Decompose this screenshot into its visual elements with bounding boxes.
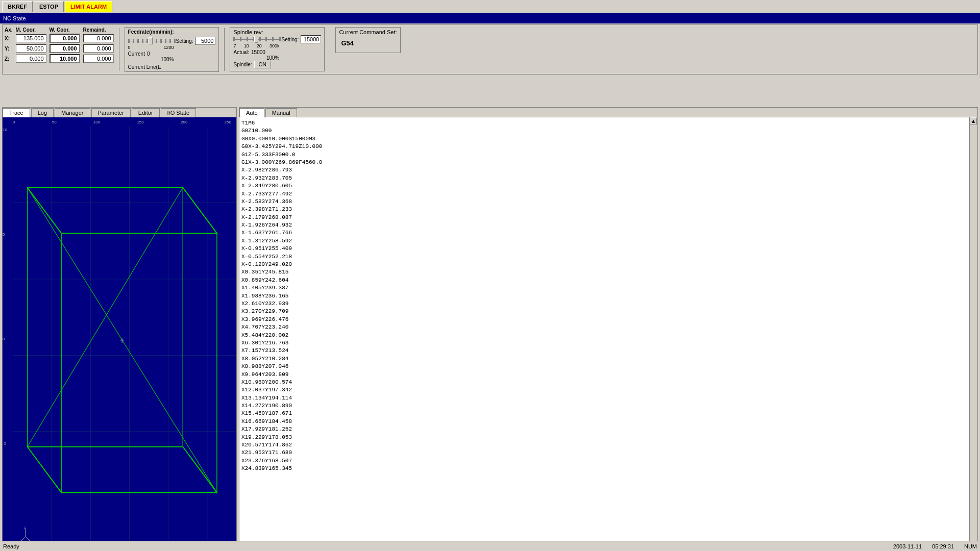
tab-trace[interactable]: Trace [3,108,30,117]
y-axis-label: Y: [5,46,13,52]
left-panel: Trace Log Manager Parameter Editor I/O S… [2,107,237,551]
spindle-tick-10: 10 [244,43,249,48]
gcode-line: X3.969Y226.476 [241,316,967,323]
current-line-label: Current Line(E [128,64,216,70]
separator-3 [330,28,330,71]
gcode-line: X-2.733Y277.492 [241,190,967,198]
gcode-line: X8.988Y207.046 [241,363,967,370]
feed-tick-0: 0 [128,45,131,50]
svg-line-13 [28,188,62,234]
x-m-coor: 135.000 [16,34,46,42]
x-label-200: 200 [181,120,187,124]
gcode-line: X6.301Y216.763 [241,339,967,347]
gcode-line: G1Z-5.333F3000.0 [241,151,967,159]
tab-manager[interactable]: Manager [55,108,90,117]
svg-text:+: + [120,334,124,346]
gcode-line: X21.953Y171.680 [241,449,967,457]
gcode-line: G0X0.000Y0.000S15000M3 [241,135,967,143]
svg-line-14 [183,188,217,234]
ax-header: Ax. [5,27,13,33]
gcode-line: X3.270Y229.709 [241,308,967,315]
trace-view: 0 50 100 150 200 250 10 5 0 -5 -10 [3,117,236,551]
gcode-line: X17.929Y181.252 [241,425,967,433]
spindle-setting-label: Setting: [281,37,299,42]
command-set-title: Current Command Set: [339,29,397,35]
y-label-10: 10 [3,128,13,132]
gcode-line: X20.571Y174.862 [241,441,967,449]
wcoor-header: W. Coor. [50,27,80,33]
estop-button[interactable]: ESTOP [34,1,64,12]
separator-1 [119,28,119,71]
y-m-coor: 50.000 [16,44,46,53]
z-axis-label: Z: [5,56,13,62]
gcode-line: X15.450Y187.671 [241,410,967,417]
y-axis-labels: 10 5 0 -5 -10 [3,128,13,550]
gcode-line: X13.134Y194.114 [241,394,967,402]
gcode-line: X7.157Y213.524 [241,347,967,355]
feedrate-panel: Feedrate(mm/min): Setting: 5000 0 [125,27,219,72]
z-remain: 0.000 [83,55,114,63]
feedrate-slider-track [128,39,174,43]
tab-io-state[interactable]: I/O State [161,108,196,117]
y-label-0: 0 [3,337,13,341]
left-tabs: Trace Log Manager Parameter Editor I/O S… [3,108,236,117]
feed-tick-1200: 1200 [164,45,174,50]
gcode-line: G0X-3.425Y294.719Z10.000 [241,143,967,151]
spindle-slider-track [233,37,279,41]
spindle-setting-value[interactable]: 15000 [301,35,321,43]
gcode-line: X8.052Y210.284 [241,355,967,363]
right-tabs: Auto Manual [239,108,977,117]
tab-manual[interactable]: Manual [265,108,297,117]
x-w-coor: 0.000 [50,34,80,43]
feedrate-setting-value[interactable]: 5000 [195,37,215,45]
gcode-line: X-2.932Y283.705 [241,174,967,182]
gcode-line: X-0.120Y249.020 [241,261,967,268]
tab-editor[interactable]: Editor [132,108,160,117]
svg-line-18 [28,188,183,447]
gcode-line: X0.351Y245.815 [241,268,967,276]
svg-line-16 [183,447,217,493]
svg-text:Z: Z [24,527,27,529]
spindle-actual-value: 15000 [251,49,265,55]
gcode-line: X-2.583Y274.368 [241,198,967,206]
gcode-line: X4.707Y223.240 [241,323,967,331]
x-label-100: 100 [93,120,100,124]
bkref-button[interactable]: BKREF [2,1,33,12]
spindle-panel: Spindle rev: Setting: 15000 7 10 20 300k [230,27,325,71]
toolbar: BKREF ESTOP LIMIT ALARM [0,0,980,13]
limit-alarm-button[interactable]: LIMIT ALARM [65,1,112,12]
separator-2 [224,28,225,71]
main-area: Trace Log Manager Parameter Editor I/O S… [2,107,978,551]
status-bar: Ready 2003-11-11 05:29:31 NUM [0,541,980,551]
status-time: 05:29:31 [932,543,954,549]
spindle-percent: 100% [233,55,279,61]
gcode-line: X-1.926Y264.932 [241,221,967,229]
status-num: NUM [964,543,977,549]
x-axis-labels: 0 50 100 150 200 250 [13,120,231,124]
x-label-0: 0 [13,120,15,124]
z-m-coor: 0.000 [16,55,46,63]
gcode-line: X10.980Y200.574 [241,379,967,386]
tab-auto[interactable]: Auto [239,108,264,117]
gcode-line: X1.405Y239.387 [241,284,967,292]
tab-log[interactable]: Log [31,108,54,117]
x-label-250: 250 [225,120,231,124]
right-panel: Auto Manual T1M6G0Z10.000G0X0.000Y0.000S… [239,107,978,551]
spacer-area [0,76,980,106]
gcode-line: G1X-3.000Y269.869F4560.0 [241,159,967,166]
gcode-line: X2.610Y232.939 [241,300,967,308]
scrollbar[interactable]: ▲ ▼ [969,117,977,551]
gcode-list[interactable]: T1M6G0Z10.000G0X0.000Y0.000S15000M3G0X-3… [239,117,969,551]
tab-parameter[interactable]: Parameter [91,108,131,117]
spindle-title: Spindle rev: [233,29,321,35]
feedrate-title: Feedrate(mm/min): [128,29,216,35]
gcode-line: T1M6 [241,119,967,127]
x-label-50: 50 [52,120,57,124]
gcode-line: X5.484Y220.002 [241,332,967,339]
gcode-line: X-2.849Y280.605 [241,182,967,190]
spindle-actual-label: Actual: [233,49,249,55]
gcode-line: X1.988Y236.165 [241,292,967,300]
nc-state-label: NC State [3,15,26,21]
scroll-up-button[interactable]: ▲ [970,117,977,124]
spindle-on-button[interactable]: ON [254,61,271,68]
